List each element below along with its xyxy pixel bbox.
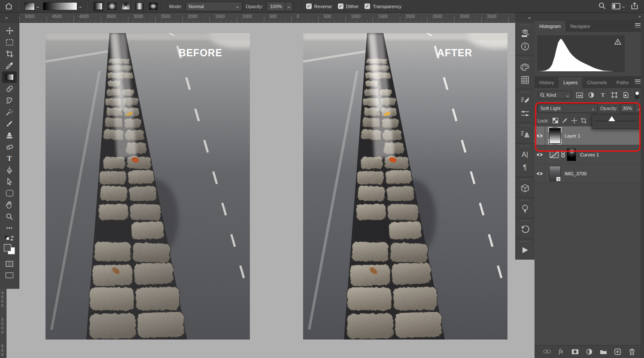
history-panel-icon[interactable] — [517, 223, 533, 236]
chevron-down-icon[interactable]: ⌄ — [286, 2, 293, 11]
filter-pixel-layers-icon[interactable] — [576, 91, 583, 99]
tab-histogram[interactable]: Histogram — [535, 21, 565, 32]
visibility-toggle[interactable] — [535, 145, 545, 164]
edit-toolbar-icon[interactable]: ••• — [2, 222, 17, 234]
reverse-checkbox[interactable]: ✓ Reverse — [306, 3, 332, 9]
learn-panel-icon[interactable] — [517, 202, 533, 215]
crop-tool[interactable] — [2, 48, 17, 60]
actions-panel-icon[interactable] — [517, 244, 533, 257]
layer-row-curves1[interactable]: Curves 1 — [535, 145, 644, 164]
opacity-slider-thumb[interactable] — [608, 116, 615, 121]
transparency-checkbox[interactable]: ✓ Transparency — [365, 3, 401, 9]
dock-collapse-icon[interactable]: » — [535, 13, 644, 20]
radial-gradient-button[interactable] — [107, 1, 117, 12]
after-image[interactable]: AFTER — [303, 33, 507, 340]
blend-mode-select[interactable]: Soft Light ⌄ — [538, 104, 598, 113]
healing-brush-tool[interactable] — [2, 83, 17, 95]
materials-icon[interactable] — [517, 27, 533, 40]
panel-menu-icon[interactable] — [635, 23, 641, 28]
panel-menu-icon[interactable] — [635, 80, 641, 84]
drag-grip[interactable] — [520, 241, 530, 242]
angle-gradient-button[interactable] — [121, 1, 131, 12]
filter-shape-layers-icon[interactable] — [611, 91, 618, 99]
paragraph-panel-icon[interactable]: ¶ — [517, 161, 533, 174]
gradient-preset-picker[interactable]: ⌄ — [24, 1, 39, 12]
clone-source-icon[interactable] — [517, 128, 533, 141]
filter-type-layers-icon[interactable]: T — [599, 91, 607, 99]
gradient-editor-bar[interactable]: ⌄ — [43, 1, 82, 12]
layer-row-img3700[interactable]: ⇲ IMG_3700 — [535, 164, 644, 183]
brush-tool[interactable] — [2, 118, 17, 129]
delete-layer-icon[interactable] — [628, 347, 636, 356]
new-layer-icon[interactable] — [614, 347, 622, 356]
drag-grip[interactable] — [520, 58, 530, 59]
color-icon[interactable] — [517, 61, 533, 73]
mode-select[interactable]: Normal ⌄ — [185, 2, 242, 11]
layer-style-icon[interactable]: fx — [557, 347, 565, 356]
link-layers-icon[interactable] — [543, 347, 551, 356]
layer-opacity-value[interactable]: 35% — [620, 104, 635, 113]
gradient-tool[interactable] — [2, 71, 17, 83]
drag-grip[interactable] — [520, 92, 530, 92]
visibility-toggle[interactable] — [535, 126, 545, 145]
brushes-icon[interactable] — [517, 107, 533, 120]
drag-grip[interactable] — [520, 125, 530, 126]
layer-name[interactable]: Curves 1 — [580, 152, 599, 157]
tab-paths[interactable]: Paths — [612, 77, 633, 88]
lock-artboard-icon[interactable] — [581, 118, 586, 123]
filter-adjustment-layers-icon[interactable] — [587, 91, 595, 99]
foreground-background-swatches[interactable] — [4, 244, 15, 254]
eyedropper-tool[interactable] — [2, 60, 17, 71]
opacity-value[interactable]: 100% — [267, 2, 286, 11]
new-group-icon[interactable] — [599, 347, 608, 356]
character-panel-icon[interactable]: A| — [517, 148, 533, 161]
workspace-switcher[interactable]: ⌄ — [612, 3, 625, 9]
info-icon[interactable] — [517, 40, 533, 53]
tab-navigator[interactable]: Navigator — [565, 21, 595, 32]
hand-tool[interactable] — [2, 199, 17, 211]
opacity-slider-track[interactable] — [595, 121, 637, 122]
document-canvas[interactable]: BEFORE AFTER — [19, 22, 535, 358]
lock-position-icon[interactable] — [571, 118, 577, 123]
kind-filter-select[interactable]: Kind ⌄ — [538, 91, 572, 99]
layer-mask-thumbnail[interactable] — [567, 148, 576, 161]
visibility-toggle[interactable] — [535, 164, 545, 183]
lock-transparency-icon[interactable] — [553, 118, 558, 123]
move-tool[interactable] — [2, 25, 17, 37]
share-icon[interactable] — [631, 2, 638, 10]
drag-grip[interactable] — [520, 146, 530, 147]
add-layer-mask-icon[interactable] — [571, 347, 580, 356]
direct-selection-tool[interactable] — [2, 176, 17, 187]
warning-icon[interactable] — [614, 39, 621, 45]
pen-tool[interactable] — [2, 164, 17, 176]
tab-layers[interactable]: Layers — [559, 77, 582, 88]
new-adjustment-layer-icon[interactable] — [585, 347, 594, 356]
drag-grip[interactable] — [520, 200, 530, 201]
opacity-control[interactable]: 100% ⌄ — [267, 2, 293, 11]
tab-channels[interactable]: Channels — [582, 77, 611, 88]
quick-mask-button[interactable] — [2, 258, 17, 269]
home-icon[interactable] — [3, 1, 14, 12]
patch-tool[interactable] — [2, 95, 17, 106]
curves-adjustment-icon[interactable] — [550, 150, 559, 159]
layer-thumbnail[interactable] — [549, 128, 561, 144]
layer-name[interactable]: Layer 1 — [565, 133, 580, 138]
brush-settings-icon[interactable] — [517, 94, 533, 107]
zoom-tool[interactable] — [2, 211, 17, 222]
filter-smart-objects-icon[interactable] — [622, 91, 630, 99]
eraser-tool[interactable] — [2, 141, 17, 153]
screen-mode-button[interactable] — [2, 269, 17, 281]
type-tool[interactable]: T — [2, 153, 17, 164]
lock-pixels-icon[interactable] — [562, 118, 568, 123]
search-icon[interactable] — [598, 2, 606, 10]
diamond-gradient-button[interactable] — [148, 1, 158, 12]
clone-stamp-tool[interactable] — [2, 129, 17, 141]
before-image[interactable]: BEFORE — [46, 33, 250, 340]
layer-thumbnail[interactable]: ⇲ — [549, 166, 561, 181]
toolbar-expand-icon[interactable]: » — [0, 13, 19, 22]
layer-filtering-toggle[interactable] — [635, 91, 639, 99]
magic-wand-tool[interactable] — [2, 106, 17, 118]
layer-name[interactable]: IMG_3700 — [565, 171, 586, 176]
drag-grip[interactable] — [520, 179, 530, 180]
swatches-icon[interactable] — [517, 73, 533, 86]
